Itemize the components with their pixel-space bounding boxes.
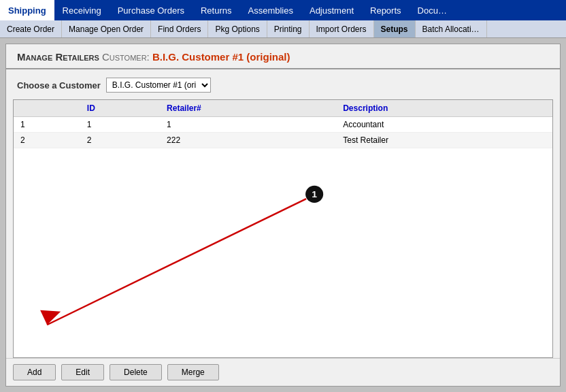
page-title-bar: Manage Retailers Customer: B.I.G. Custom… (6, 44, 560, 69)
retailers-table: ID Retailer# Description 1 1 1 Accountan… (14, 100, 552, 148)
customer-chooser-row: Choose a Customer B.I.G. Customer #1 (or… (6, 69, 560, 99)
nav-purchase-orders[interactable]: Purchase Orders (110, 0, 193, 20)
subnav-pkg-options[interactable]: Pkg Options (208, 20, 267, 37)
subnav-printing[interactable]: Printing (267, 20, 310, 37)
nav-returns[interactable]: Returns (193, 0, 240, 20)
table-row[interactable]: 2 2 222 Test Retailer (14, 133, 552, 148)
nav-reports[interactable]: Reports (362, 0, 410, 20)
customer-select[interactable]: B.I.G. Customer #1 (ori (106, 78, 211, 93)
subnav-manage-open-order[interactable]: Manage Open Order (62, 20, 151, 37)
nav-shipping[interactable]: Shipping (0, 0, 54, 20)
cell-description: Accountant (336, 117, 552, 133)
col-header-id: ID (80, 100, 160, 117)
cell-retailer-num: 1 (160, 117, 336, 133)
page-title-main: Manage Retailers (17, 51, 99, 63)
table-row[interactable]: 1 1 1 Accountant (14, 117, 552, 133)
page-title-customer-label: Customer: (102, 51, 150, 63)
add-button[interactable]: Add (13, 364, 56, 380)
subnav-create-order[interactable]: Create Order (0, 20, 62, 37)
cell-rownum: 2 (14, 133, 80, 148)
sub-navigation: Create Order Manage Open Order Find Orde… (0, 20, 566, 38)
content-body: ID Retailer# Description 1 1 1 Accountan… (6, 99, 560, 358)
merge-button[interactable]: Merge (167, 364, 219, 380)
subnav-batch-alloc[interactable]: Batch Allocati… (416, 20, 487, 37)
top-navigation: Shipping Receiving Purchase Orders Retur… (0, 0, 566, 20)
nav-adjustment[interactable]: Adjustment (301, 0, 362, 20)
main-content: Manage Retailers Customer: B.I.G. Custom… (5, 44, 561, 387)
customer-chooser-label: Choose a Customer (17, 80, 101, 91)
col-header-description: Description (336, 100, 552, 117)
cell-rownum: 1 (14, 117, 80, 133)
subnav-setups[interactable]: Setups (374, 20, 416, 37)
nav-documents[interactable]: Docu… (410, 0, 455, 20)
subnav-import-orders[interactable]: Import Orders (310, 20, 374, 37)
retailers-table-container: ID Retailer# Description 1 1 1 Accountan… (13, 99, 553, 358)
cell-retailer-num: 222 (160, 133, 336, 148)
subnav-find-orders[interactable]: Find Orders (151, 20, 208, 37)
col-header-rownum (14, 100, 80, 117)
nav-assemblies[interactable]: Assemblies (240, 0, 301, 20)
nav-receiving[interactable]: Receiving (54, 0, 110, 20)
bottom-buttons-bar: Add Edit Delete Merge (6, 358, 560, 386)
cell-id: 1 (80, 117, 160, 133)
page-title-customer-value: B.I.G. Customer #1 (original) (152, 51, 290, 63)
cell-description: Test Retailer (336, 133, 552, 148)
cell-id: 2 (80, 133, 160, 148)
edit-button[interactable]: Edit (61, 364, 104, 380)
delete-button[interactable]: Delete (110, 364, 162, 380)
col-header-retailer-num: Retailer# (160, 100, 336, 117)
